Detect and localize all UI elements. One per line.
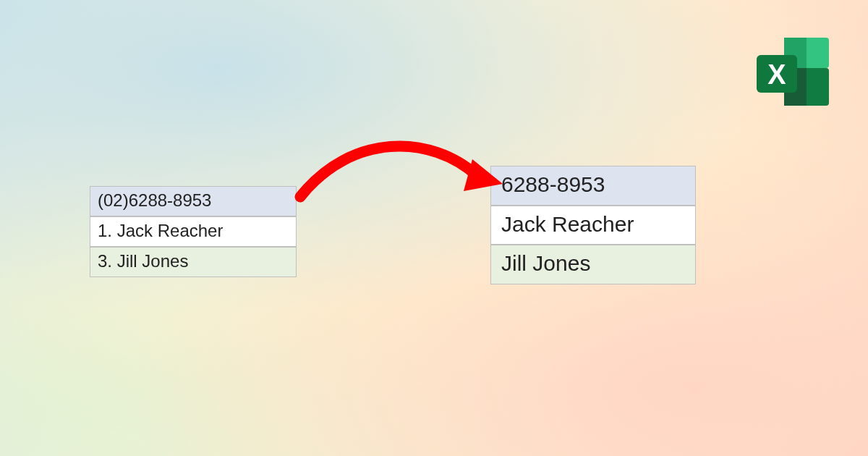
excel-icon: X <box>752 36 832 111</box>
table-row[interactable]: 6288-8953 <box>490 166 696 206</box>
result-table: 6288-8953 Jack Reacher Jill Jones <box>490 166 696 284</box>
arrow-icon <box>286 138 503 217</box>
table-row[interactable]: 3. Jill Jones <box>90 247 297 277</box>
svg-text:X: X <box>767 59 786 90</box>
table-row[interactable]: 1. Jack Reacher <box>90 216 297 247</box>
table-row[interactable]: Jack Reacher <box>490 206 696 245</box>
table-row[interactable]: Jill Jones <box>490 245 696 284</box>
source-table: (02)6288-8953 1. Jack Reacher 3. Jill Jo… <box>90 186 297 277</box>
table-row[interactable]: (02)6288-8953 <box>90 186 297 216</box>
